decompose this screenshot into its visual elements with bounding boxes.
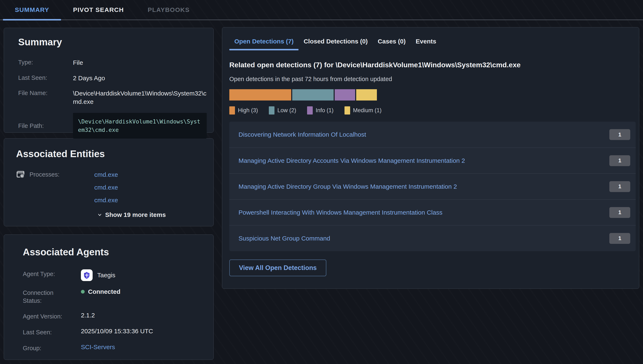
agent-version-row: Agent Version: 2.1.2 (23, 312, 206, 320)
processes-label: Processes: (30, 171, 59, 178)
legend-label-info: Info (1) (316, 107, 334, 114)
detection-count-badge: 1 (609, 233, 630, 244)
agent-type-label: Agent Type: (23, 269, 81, 278)
legend-swatch-low (269, 106, 274, 114)
severity-segment-info (335, 89, 355, 100)
last-seen-value: 2 Days Ago (73, 74, 206, 82)
summary-row-type: Type: File (18, 58, 206, 67)
tab-cases[interactable]: Cases (0) (373, 35, 411, 49)
legend-swatch-high (229, 106, 235, 114)
legend-item-info: Info (1) (307, 106, 334, 114)
process-link[interactable]: cmd.exe (94, 171, 206, 178)
legend-label-low: Low (2) (277, 107, 296, 114)
detections-panel: Open Detections (7) Closed Detections (0… (222, 27, 639, 289)
summary-row-file-name: File Name: \Device\HarddiskVolume1\Windo… (18, 89, 206, 106)
legend-swatch-info (307, 106, 313, 114)
agent-version-value: 2.1.2 (81, 312, 206, 319)
left-column: Summary Type: File Last Seen: 2 Days Ago… (4, 27, 214, 360)
legend-item-low: Low (2) (269, 106, 296, 114)
detection-link[interactable]: Discovering Network Information Of Local… (239, 131, 366, 138)
detection-row: Managing Active Directory Group Via Wind… (229, 174, 636, 199)
legend-swatch-medium (344, 106, 350, 114)
agent-type-row: Agent Type: Taegis (23, 269, 206, 281)
severity-legend: High (3) Low (2) Info (1) Medium (1) (229, 106, 636, 114)
detection-link[interactable]: Managing Active Directory Accounts Via W… (239, 157, 465, 164)
group-row: Group: SCI-Servers (23, 344, 206, 352)
detection-row: Managing Active Directory Accounts Via W… (229, 148, 636, 174)
show-more-items-button[interactable]: Show 19 more items (97, 211, 206, 218)
detection-link[interactable]: Managing Active Directory Group Via Wind… (239, 183, 457, 190)
detection-link[interactable]: Suspicious Net Group Command (239, 235, 330, 242)
group-label: Group: (23, 344, 81, 352)
detection-link[interactable]: Powershell Interacting With Windows Mana… (239, 209, 442, 216)
process-link[interactable]: cmd.exe (94, 184, 206, 191)
tab-summary[interactable]: SUMMARY (3, 0, 61, 20)
detection-row: Suspicious Net Group Command 1 (229, 225, 636, 251)
taegis-logo-icon (81, 269, 93, 281)
summary-panel: Summary Type: File Last Seen: 2 Days Ago… (4, 28, 214, 133)
detection-count-badge: 1 (609, 207, 630, 218)
connection-status-value: Connected (88, 288, 120, 295)
related-detections-subheading: Open detections in the past 72 hours fro… (229, 76, 636, 82)
agents-title: Associated Agents (23, 246, 206, 258)
detections-tab-bar: Open Detections (7) Closed Detections (0… (229, 35, 636, 49)
legend-label-medium: Medium (1) (353, 107, 382, 114)
entities-title: Associated Entities (16, 148, 206, 160)
summary-row-last-seen: Last Seen: 2 Days Ago (18, 74, 206, 82)
chevron-down-icon (97, 212, 102, 217)
file-path-label: File Path: (18, 122, 73, 129)
connection-status-label: Connection Status: (23, 288, 65, 305)
connection-status-value-group: Connected (81, 288, 206, 295)
group-link[interactable]: SCI-Servers (81, 344, 115, 350)
agent-version-label: Agent Version: (23, 312, 81, 320)
severity-segment-low (292, 89, 333, 100)
severity-segment-high (229, 89, 291, 100)
legend-item-medium: Medium (1) (344, 106, 382, 114)
file-name-value: \Device\HarddiskVolume1\Windows\System32… (73, 89, 207, 106)
detection-row: Powershell Interacting With Windows Mana… (229, 199, 636, 225)
show-more-label: Show 19 more items (105, 211, 166, 218)
legend-item-high: High (3) (229, 106, 258, 114)
legend-label-high: High (3) (238, 107, 258, 114)
severity-stacked-bar (229, 89, 377, 100)
agent-last-seen-row: Last Seen: 2025/10/09 15:33:36 UTC (23, 328, 206, 336)
detection-count-badge: 1 (609, 155, 630, 166)
tab-pivot-search[interactable]: PIVOT SEARCH (61, 0, 136, 20)
process-window-icon (16, 170, 25, 179)
summary-row-file-path: File Path: \Device\HarddiskVolume1\Windo… (18, 113, 206, 138)
detection-row: Discovering Network Information Of Local… (229, 122, 636, 148)
connected-status-dot-icon (81, 290, 85, 294)
tab-events[interactable]: Events (411, 35, 441, 49)
associated-agents-panel: Associated Agents Agent Type: (4, 234, 214, 360)
connection-status-row: Connection Status: Connected (23, 288, 206, 305)
tab-playbooks[interactable]: PLAYBOOKS (136, 0, 202, 20)
related-detections-heading: Related open detections (7) for \Device\… (229, 61, 636, 69)
type-label: Type: (18, 58, 73, 66)
agent-type-value-group: Taegis (81, 269, 206, 281)
processes-row: Processes: cmd.exe cmd.exe cmd.exe Show … (16, 171, 206, 218)
file-name-label: File Name: (18, 89, 73, 96)
type-value: File (73, 58, 206, 67)
process-link[interactable]: cmd.exe (94, 197, 206, 204)
processes-label-group: Processes: (16, 171, 94, 218)
top-tab-bar: SUMMARY PIVOT SEARCH PLAYBOOKS (0, 0, 643, 20)
agent-last-seen-label: Last Seen: (23, 328, 81, 336)
process-links: cmd.exe cmd.exe cmd.exe Show 19 more ite… (94, 171, 206, 218)
detection-count-badge: 1 (609, 181, 630, 192)
detection-count-badge: 1 (609, 129, 630, 140)
view-all-open-detections-button[interactable]: View All Open Detections (229, 260, 326, 276)
last-seen-label: Last Seen: (18, 74, 73, 81)
tab-open-detections[interactable]: Open Detections (7) (229, 35, 299, 49)
associated-entities-panel: Associated Entities (4, 138, 214, 226)
agent-type-value: Taegis (97, 272, 115, 279)
page-content: Summary Type: File Last Seen: 2 Days Ago… (0, 20, 643, 360)
tab-closed-detections[interactable]: Closed Detections (0) (299, 35, 373, 49)
severity-segment-medium (356, 89, 377, 100)
file-path-code: \Device\HarddiskVolume1\Windows\System32… (73, 113, 207, 138)
summary-title: Summary (18, 36, 206, 48)
agent-last-seen-value: 2025/10/09 15:33:36 UTC (81, 328, 206, 335)
detections-list: Discovering Network Information Of Local… (229, 122, 636, 251)
